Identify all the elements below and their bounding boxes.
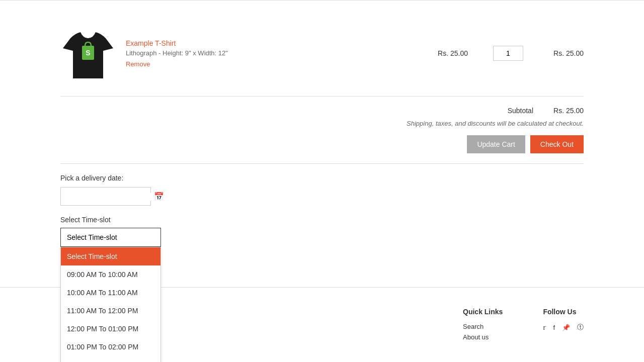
timeslot-dropdown: Select Time-slot 09:00 AM To 10:00 AM 10…	[60, 247, 161, 362]
product-name: Example T-Shirt	[126, 39, 413, 47]
product-image: S	[60, 21, 116, 86]
cart-item: S Example T-Shirt Lithograph - Height: 9…	[60, 11, 584, 97]
subtotal-section: Subtotal Rs. 25.00 Shipping, taxes, and …	[60, 97, 584, 164]
footer-quick-links: Quick Links Search About us	[463, 308, 503, 344]
timeslot-option-3[interactable]: 11:00 AM To 12:00 PM	[61, 302, 160, 320]
checkout-button[interactable]: Check Out	[530, 135, 584, 153]
line-price: Rs. 25.00	[533, 49, 584, 57]
timeslot-option-5[interactable]: 01:00 PM To 02:00 PM	[61, 338, 160, 356]
quantity-input[interactable]	[493, 46, 523, 61]
timeslot-option-0[interactable]: Select Time-slot	[61, 247, 160, 265]
cart-section: S Example T-Shirt Lithograph - Height: 9…	[0, 0, 644, 267]
pinterest-icon[interactable]: 📌	[562, 324, 570, 331]
footer-link-about[interactable]: About us	[463, 333, 503, 341]
subtotal-value: Rs. 25.00	[543, 107, 584, 115]
subtotal-label: Subtotal	[508, 107, 533, 115]
timeslot-wrapper: Select Time-slot 09:00 AM To 10:00 AM 10…	[60, 228, 161, 247]
timeslot-option-4[interactable]: 12:00 PM To 01:00 PM	[61, 320, 160, 338]
timeslot-input[interactable]	[60, 228, 161, 247]
date-input[interactable]	[66, 193, 154, 201]
timeslot-option-6[interactable]: 02:00 PM To 03:00 PM	[61, 356, 160, 362]
footer-follow-us: Follow Us 𝕣 f 📌 ⓣ	[543, 308, 584, 344]
follow-us-heading: Follow Us	[543, 308, 584, 316]
product-variant: Lithograph - Height: 9" x Width: 12"	[126, 49, 413, 57]
unit-price: Rs. 25.00	[423, 49, 483, 57]
timeslot-option-2[interactable]: 10:00 AM To 11:00 AM	[61, 284, 160, 302]
facebook-icon[interactable]: f	[553, 324, 555, 331]
social-icons: 𝕣 f 📌 ⓣ	[543, 323, 584, 335]
date-input-wrapper[interactable]: 📅	[60, 187, 151, 206]
calendar-icon[interactable]: 📅	[154, 192, 164, 201]
timeslot-label: Select Time-slot	[60, 216, 584, 224]
delivery-date-label: Pick a delivery date:	[60, 174, 584, 182]
instagram-icon[interactable]: ⓣ	[577, 323, 584, 332]
timeslot-option-1[interactable]: 09:00 AM To 10:00 AM	[61, 265, 160, 284]
delivery-section: Pick a delivery date: 📅 Select Time-slot…	[60, 164, 584, 257]
shipping-note: Shipping, taxes, and discounts will be c…	[60, 120, 584, 127]
footer-link-search[interactable]: Search	[463, 323, 503, 330]
twitter-icon[interactable]: 𝕣	[543, 324, 546, 331]
page-wrapper: S Example T-Shirt Lithograph - Height: 9…	[0, 0, 644, 362]
cart-actions: Update Cart Check Out	[60, 135, 584, 153]
remove-link[interactable]: Remove	[126, 60, 150, 68]
svg-text:S: S	[86, 49, 90, 57]
tshirt-image: S	[63, 23, 113, 83]
product-info: Example T-Shirt Lithograph - Height: 9" …	[126, 39, 413, 68]
update-cart-button[interactable]: Update Cart	[467, 135, 525, 153]
subtotal-row: Subtotal Rs. 25.00	[60, 107, 584, 115]
quick-links-heading: Quick Links	[463, 308, 503, 316]
